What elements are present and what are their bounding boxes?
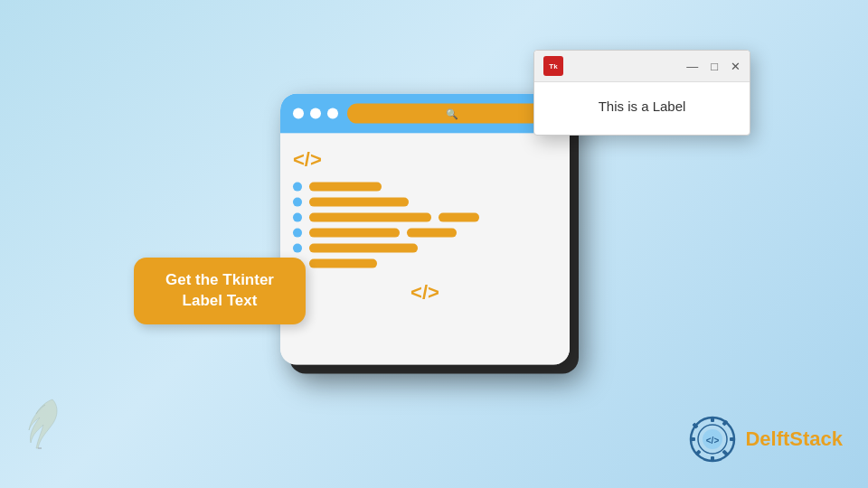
code-line-extra: [407, 229, 457, 238]
maximize-button[interactable]: □: [711, 61, 718, 72]
code-line: [309, 259, 377, 268]
cta-text: Get the TkinterLabel Text: [154, 270, 286, 312]
code-line: [309, 229, 400, 238]
code-line-row: [293, 213, 557, 222]
delftstack-emblem: </>: [689, 416, 736, 463]
brand-suffix: Stack: [789, 427, 843, 450]
editor-illustration: 🔍 </>: [280, 94, 588, 383]
delftstack-brand: DelftStack: [745, 427, 843, 451]
code-line-row: [293, 244, 557, 253]
svg-rect-7: [695, 449, 702, 455]
dot: [293, 229, 302, 238]
tkinter-label-text: This is a Label: [599, 99, 686, 114]
cta-badge: Get the TkinterLabel Text: [134, 258, 306, 324]
code-line-row: [293, 259, 557, 268]
code-line: [309, 183, 382, 192]
svg-rect-4: [690, 437, 695, 441]
tkinter-app-icon: Tk: [543, 56, 563, 76]
tkinter-window[interactable]: Tk — □ ✕ This is a Label: [533, 50, 750, 136]
code-line-row: [293, 198, 557, 207]
svg-rect-5: [730, 437, 735, 441]
tkinter-icon-label: Tk: [549, 62, 557, 70]
tkinter-titlebar: Tk — □ ✕: [534, 51, 750, 82]
traffic-light-2: [310, 108, 321, 119]
browser-window: 🔍 </>: [280, 94, 570, 365]
tkinter-body: This is a Label: [534, 82, 750, 135]
code-line: [309, 198, 409, 207]
bottom-code-symbol: </>: [293, 281, 557, 305]
delftstack-logo: </> DelftStack: [689, 416, 843, 463]
svg-rect-2: [711, 417, 714, 422]
address-bar: 🔍: [347, 104, 557, 124]
code-line-extra: [439, 213, 479, 222]
browser-topbar: 🔍: [280, 94, 570, 134]
code-line-row: [293, 229, 557, 238]
svg-rect-3: [711, 456, 714, 462]
top-code-symbol: </>: [293, 148, 557, 172]
code-line-row: [293, 183, 557, 192]
browser-content: </>: [280, 134, 570, 365]
svg-text:</>: </>: [706, 436, 720, 446]
code-line: [309, 244, 418, 253]
dot: [293, 244, 302, 253]
dot: [293, 213, 302, 222]
code-line: [309, 213, 431, 222]
search-icon: 🔍: [446, 108, 458, 119]
dot: [293, 198, 302, 207]
traffic-light-3: [327, 108, 338, 119]
minimize-button[interactable]: —: [686, 61, 698, 72]
dot: [293, 183, 302, 192]
traffic-light-1: [293, 108, 304, 119]
traffic-lights: [293, 108, 338, 119]
quill-icon: [25, 398, 60, 450]
code-lines: [293, 183, 557, 268]
brand-prefix: Delft: [745, 427, 789, 450]
close-button[interactable]: ✕: [731, 61, 741, 72]
tkinter-controls[interactable]: — □ ✕: [686, 61, 741, 72]
